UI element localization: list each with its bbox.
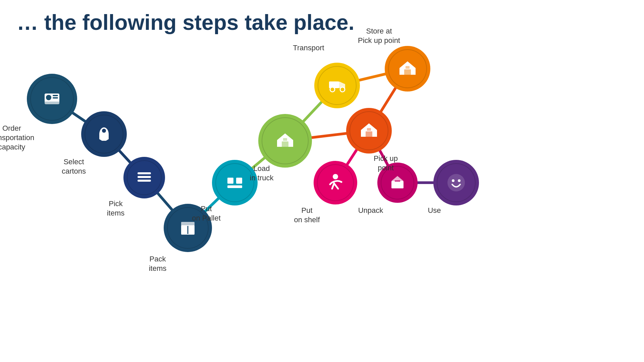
svg-rect-50 [329, 81, 339, 88]
svg-rect-27 [138, 172, 151, 174]
svg-text:in truck: in truck [250, 174, 274, 182]
svg-point-16 [46, 95, 51, 100]
svg-text:on Pallet: on Pallet [192, 214, 221, 222]
svg-text:Pick: Pick [109, 199, 123, 208]
svg-text:Pack: Pack [150, 255, 166, 263]
svg-point-65 [318, 165, 353, 200]
svg-text:items: items [107, 209, 125, 217]
svg-text:capacity: capacity [0, 143, 25, 151]
svg-point-51 [330, 87, 335, 92]
svg-rect-40 [227, 178, 233, 184]
svg-rect-17 [53, 95, 58, 96]
svg-rect-34 [181, 222, 195, 226]
diagram: OrdertransportationcapacitySelectcartons… [0, 0, 644, 362]
svg-rect-28 [138, 176, 151, 178]
svg-rect-62 [367, 128, 371, 131]
svg-rect-39 [227, 185, 242, 188]
svg-text:Put: Put [201, 204, 212, 213]
svg-point-76 [452, 179, 454, 182]
svg-rect-56 [404, 69, 411, 75]
svg-point-52 [340, 87, 345, 92]
svg-text:items: items [149, 264, 167, 273]
svg-point-23 [102, 129, 106, 133]
svg-text:Select: Select [63, 158, 84, 166]
svg-text:Use: Use [428, 206, 441, 215]
svg-text:Pick up: Pick up [374, 154, 398, 163]
svg-rect-29 [138, 180, 151, 182]
svg-text:Order: Order [2, 124, 21, 132]
svg-text:transportation: transportation [0, 133, 34, 142]
svg-text:Transport: Transport [293, 44, 324, 52]
svg-text:cartons: cartons [62, 167, 86, 175]
svg-rect-18 [53, 97, 58, 99]
svg-rect-70 [391, 181, 404, 188]
svg-point-38 [216, 164, 254, 201]
svg-text:point: point [378, 164, 394, 172]
svg-text:on shelf: on shelf [294, 216, 320, 224]
svg-rect-61 [366, 131, 372, 137]
svg-text:Store at: Store at [366, 27, 392, 35]
svg-text:Unpack: Unpack [358, 206, 384, 215]
svg-text:Pick up point: Pick up point [358, 36, 400, 45]
svg-text:Load: Load [254, 164, 270, 173]
svg-point-66 [333, 174, 338, 179]
svg-rect-46 [283, 138, 287, 141]
svg-rect-41 [236, 178, 242, 184]
svg-rect-45 [282, 141, 288, 147]
svg-point-77 [458, 179, 461, 182]
svg-rect-57 [406, 66, 410, 69]
svg-rect-19 [45, 102, 59, 104]
svg-point-75 [447, 174, 465, 191]
svg-text:Put: Put [301, 206, 312, 215]
